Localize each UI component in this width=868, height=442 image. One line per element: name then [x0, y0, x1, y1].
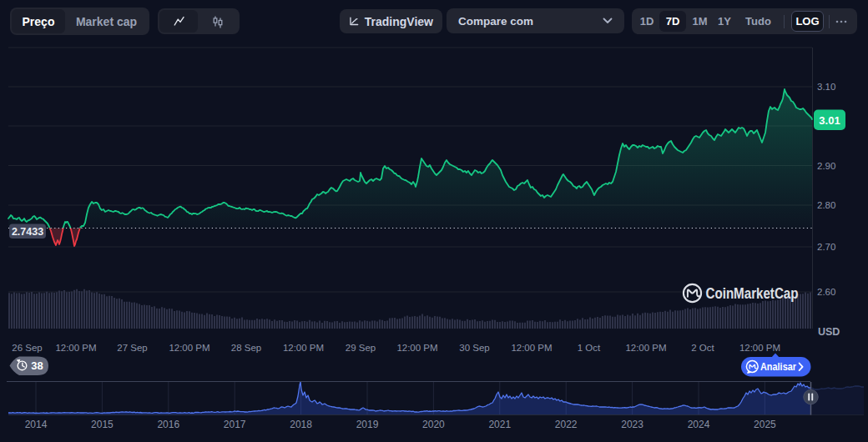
- svg-text:USD: USD: [818, 326, 840, 338]
- svg-text:3.10: 3.10: [817, 82, 835, 92]
- svg-text:38: 38: [31, 359, 43, 372]
- svg-text:29 Sep: 29 Sep: [346, 343, 376, 353]
- svg-text:CoinMarketCap: CoinMarketCap: [706, 285, 799, 302]
- svg-text:2014: 2014: [25, 419, 48, 430]
- svg-text:2018: 2018: [290, 419, 312, 430]
- svg-text:2016: 2016: [157, 419, 179, 430]
- svg-text:12:00 PM: 12:00 PM: [283, 343, 324, 353]
- svg-text:12:00 PM: 12:00 PM: [511, 343, 552, 353]
- svg-text:2020: 2020: [422, 419, 445, 430]
- svg-text:12:00 PM: 12:00 PM: [169, 343, 209, 353]
- svg-text:2.80: 2.80: [817, 200, 835, 210]
- svg-text:12:00 PM: 12:00 PM: [739, 343, 780, 353]
- svg-text:2024: 2024: [688, 419, 710, 430]
- svg-text:Analisar: Analisar: [760, 361, 796, 373]
- svg-text:2022: 2022: [555, 419, 578, 430]
- svg-text:2021: 2021: [488, 419, 511, 430]
- svg-text:12:00 PM: 12:00 PM: [396, 343, 437, 353]
- svg-text:2015: 2015: [91, 419, 114, 430]
- svg-text:1 Oct: 1 Oct: [578, 343, 601, 353]
- svg-text:2.70: 2.70: [817, 242, 835, 252]
- svg-text:2.7433: 2.7433: [12, 226, 43, 238]
- svg-text:2.60: 2.60: [817, 287, 835, 297]
- svg-text:2025: 2025: [754, 419, 776, 430]
- svg-text:2 Oct: 2 Oct: [691, 343, 714, 353]
- svg-text:2017: 2017: [224, 419, 246, 430]
- svg-text:26 Sep: 26 Sep: [12, 343, 42, 353]
- svg-text:3.01: 3.01: [819, 114, 840, 127]
- svg-text:2023: 2023: [621, 419, 643, 430]
- svg-text:12:00 PM: 12:00 PM: [625, 343, 666, 353]
- svg-text:27 Sep: 27 Sep: [117, 343, 147, 353]
- svg-text:12:00 PM: 12:00 PM: [55, 343, 96, 353]
- svg-text:30 Sep: 30 Sep: [459, 343, 489, 353]
- svg-text:2019: 2019: [356, 419, 379, 430]
- svg-text:2.90: 2.90: [817, 161, 835, 171]
- svg-text:28 Sep: 28 Sep: [231, 343, 261, 353]
